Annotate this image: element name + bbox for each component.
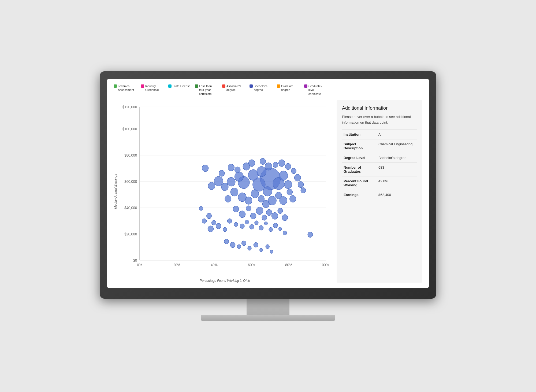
monitor-base (201, 315, 335, 321)
info-row-label: Degree Level (342, 153, 377, 163)
info-table-row: Percent Found Working 42.0% (342, 176, 417, 190)
svg-point-27 (257, 167, 266, 177)
svg-point-49 (251, 213, 256, 219)
info-panel-description: Please hover over a bubble to see additi… (342, 114, 417, 125)
legend-color-industry-credential (141, 84, 144, 88)
svg-point-53 (272, 212, 278, 219)
legend-label-graduate-degree: Graduate degree (281, 84, 300, 92)
info-row-value: 683 (377, 163, 417, 176)
svg-point-41 (268, 196, 277, 205)
svg-point-57 (234, 222, 238, 226)
info-panel: Additional Information Please hover over… (337, 100, 422, 283)
legend-color-graduate-level-cert (304, 84, 307, 88)
svg-point-99 (207, 213, 212, 219)
svg-point-64 (269, 227, 273, 231)
svg-point-101 (199, 206, 203, 210)
svg-text:$0: $0 (133, 258, 137, 262)
info-row-label: Institution (342, 130, 377, 139)
svg-point-89 (301, 188, 306, 193)
svg-point-83 (273, 162, 278, 167)
svg-point-90 (224, 239, 229, 244)
legend-color-graduate-degree (277, 84, 280, 88)
main-content: Median Annual Earnings (114, 100, 422, 283)
chart-container: Median Annual Earnings (114, 100, 332, 283)
svg-point-73 (208, 182, 215, 190)
svg-point-52 (266, 209, 272, 216)
info-row-label: Percent Found Working (342, 176, 377, 190)
monitor-bezel: Technical Assessment Industry Credential… (100, 71, 436, 299)
legend-item-less-than-four-year: Less than four-year certificate (195, 84, 218, 96)
svg-point-30 (279, 171, 288, 180)
svg-point-70 (211, 220, 216, 225)
chart-svg: $0 $20,000 $40,000 $60,000 $80,000 $100,… (117, 100, 332, 277)
svg-point-26 (235, 172, 244, 182)
svg-point-38 (251, 190, 259, 198)
svg-point-75 (219, 170, 225, 176)
info-row-value: All (377, 130, 417, 139)
x-axis-label: Percentage Found Working in Ohio (117, 279, 332, 283)
legend-color-associates-degree (222, 84, 225, 88)
legend-label-graduate-level-cert: Graduate-level certificate (308, 84, 327, 96)
legend-color-state-license (168, 84, 172, 88)
legend-item-state-license: State License (168, 84, 191, 88)
svg-point-55 (282, 215, 288, 221)
svg-point-77 (228, 164, 234, 171)
info-row-value: Chemical Engineering (377, 139, 417, 153)
info-table: Institution All Subject Description Chem… (342, 130, 417, 199)
svg-point-94 (248, 246, 251, 250)
y-axis-label: Median Annual Earnings (114, 100, 117, 283)
svg-point-28 (263, 187, 272, 196)
legend-label-technical-assessment: Technical Assessment (118, 84, 137, 92)
svg-point-71 (208, 226, 213, 232)
info-row-label: Number of Graduates (342, 163, 377, 176)
legend-label-less-than-four-year: Less than four-year certificate (199, 84, 218, 96)
svg-point-54 (278, 208, 283, 213)
monitor-wrapper: Technical Assessment Industry Credential… (100, 71, 436, 321)
svg-point-32 (227, 177, 235, 186)
svg-point-60 (250, 224, 254, 229)
svg-point-62 (259, 225, 263, 230)
svg-point-69 (216, 223, 221, 229)
legend-item-graduate-level-cert: Graduate-level certificate (304, 84, 327, 96)
svg-text:$20,000: $20,000 (124, 232, 137, 236)
svg-point-68 (223, 227, 227, 231)
svg-point-100 (202, 219, 207, 223)
svg-text:$80,000: $80,000 (124, 153, 137, 157)
svg-text:$60,000: $60,000 (124, 179, 137, 184)
legend-color-less-than-four-year (195, 84, 198, 88)
screen-inner: Technical Assessment Industry Credential… (107, 79, 429, 288)
svg-text:0%: 0% (137, 263, 142, 267)
svg-text:100%: 100% (320, 263, 329, 267)
svg-point-48 (246, 206, 251, 211)
svg-point-78 (235, 167, 240, 173)
info-table-row: Earnings $62,400 (342, 190, 417, 200)
svg-point-81 (260, 158, 266, 164)
svg-point-84 (279, 160, 285, 166)
chart-inner: $0 $20,000 $40,000 $60,000 $80,000 $100,… (117, 100, 332, 283)
svg-point-50 (256, 207, 263, 215)
svg-point-59 (245, 220, 249, 224)
svg-point-82 (265, 163, 272, 170)
svg-text:40%: 40% (211, 263, 218, 267)
svg-point-67 (283, 231, 287, 235)
legend-item-associates-degree: Associate's degree (222, 84, 245, 92)
svg-text:80%: 80% (285, 263, 292, 267)
svg-point-98 (270, 250, 273, 253)
svg-point-51 (262, 215, 267, 220)
svg-point-63 (264, 222, 267, 225)
info-row-value: $62,400 (377, 190, 417, 200)
svg-point-87 (294, 174, 301, 181)
svg-point-96 (260, 248, 263, 252)
svg-point-31 (284, 180, 292, 189)
legend-item-graduate-degree: Graduate degree (277, 84, 300, 92)
svg-point-97 (266, 245, 269, 249)
info-row-label: Subject Description (342, 139, 377, 153)
svg-point-80 (248, 160, 255, 166)
svg-point-35 (225, 195, 231, 202)
legend-label-bachelors-degree: Bachelor's degree (254, 84, 273, 92)
legend-label-industry-credential: Industry Credential (145, 84, 164, 92)
svg-point-56 (227, 219, 232, 223)
svg-point-33 (221, 183, 228, 191)
svg-point-34 (230, 188, 238, 196)
info-row-value: Bachelor's degree (377, 153, 417, 163)
